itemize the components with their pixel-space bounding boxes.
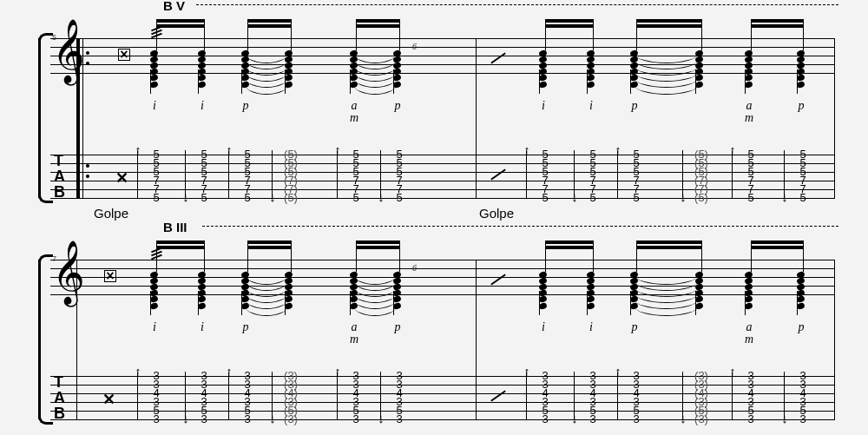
notation-staff: 𝄞 (50, 260, 835, 303)
tie-arc (245, 84, 288, 95)
fret-number: 3 (343, 415, 369, 424)
down-stroke-icon: ↓ (181, 411, 191, 425)
stem (204, 241, 205, 272)
stem (247, 19, 248, 50)
beam (636, 19, 702, 23)
fret-number: 5 (143, 194, 169, 202)
tab-chord: 555775 (386, 150, 412, 202)
repeat-start (76, 38, 92, 198)
up-stroke-icon: ↑ (727, 142, 738, 157)
tab-chord: 334353 (532, 372, 558, 424)
beam (247, 241, 292, 244)
fret-number: 3 (580, 415, 606, 424)
beam (751, 19, 804, 23)
note-head (197, 81, 207, 89)
up-stroke-icon: ↑ (332, 142, 343, 157)
golpe-text: Golpe (94, 206, 128, 221)
tab-chord: (5)(5)(5)(7)(7)(5) (278, 150, 304, 202)
up-stroke-icon: ↑ (522, 142, 532, 157)
stem (356, 19, 357, 50)
fret-number: 5 (191, 194, 217, 202)
beam (156, 241, 205, 244)
beam (247, 24, 292, 28)
treble-clef-icon: 𝄞 (52, 251, 85, 294)
down-stroke-icon: ↓ (376, 189, 386, 204)
down-stroke-icon: ↓ (376, 411, 386, 425)
stem (636, 241, 637, 272)
fret-number: 5 (738, 194, 764, 202)
tab-chord: 334353 (234, 372, 260, 424)
system-bracket (38, 38, 47, 198)
beam (356, 24, 400, 28)
fret-number: 5 (580, 194, 606, 202)
note-head (149, 81, 159, 89)
start-barline (76, 260, 77, 419)
beam (545, 19, 594, 23)
beam (156, 24, 205, 28)
stroke-arrow-shaft (617, 372, 618, 420)
finger-label: p (389, 99, 406, 113)
note-head (284, 302, 293, 311)
down-stroke-icon: ↓ (678, 189, 688, 204)
up-stroke-icon: ↑ (224, 364, 234, 379)
beam (545, 241, 594, 244)
note-head (392, 81, 402, 89)
mid-barline (476, 260, 477, 419)
system-2: 7 Golpe Golpe B III 𝄞 TAB × ✕ 6 iipampii… (50, 237, 835, 419)
up-stroke-icon: ↑ (613, 142, 623, 157)
up-stroke-icon: ↑ (613, 364, 623, 379)
mid-barline (476, 38, 477, 198)
stroke-arrow-shaft (732, 372, 733, 420)
stem (803, 241, 804, 272)
beam (751, 24, 804, 28)
fret-number: 5 (790, 194, 816, 202)
end-barline (834, 260, 835, 419)
down-stroke-icon: ↓ (181, 189, 191, 204)
fret-number: 3 (623, 415, 649, 424)
note-head (538, 302, 548, 311)
down-stroke-icon: ↓ (569, 189, 580, 204)
note-head (796, 81, 806, 89)
note-head (284, 81, 293, 89)
beam (356, 19, 400, 23)
tab-chord: 555775 (623, 150, 649, 202)
finger-label: p (626, 320, 643, 334)
finger-label: p (237, 99, 254, 113)
stroke-arrow-shaft (228, 150, 229, 199)
tie-arc (634, 306, 699, 316)
stem (751, 241, 752, 272)
tie-arc (634, 84, 699, 95)
fret-number: (5) (278, 194, 304, 202)
stroke-arrow-shaft (337, 372, 338, 420)
beam (247, 19, 292, 23)
finger-label: i (582, 99, 600, 113)
stem (593, 241, 594, 272)
tab-label: TAB (54, 374, 65, 421)
down-stroke-icon: ↓ (267, 411, 278, 425)
stem (545, 19, 546, 50)
beam (545, 24, 594, 28)
down-stroke-icon: ↓ (678, 411, 688, 425)
tuplet-number: 6 (412, 42, 417, 51)
stem (593, 19, 594, 50)
tab-chord: 555775 (580, 150, 606, 202)
barre-line (202, 226, 838, 227)
up-stroke-icon: ↑ (727, 364, 738, 379)
note-head (586, 81, 595, 89)
fret-number: 3 (234, 415, 260, 424)
fret-number: (5) (688, 194, 714, 202)
tab-chord: 334353 (191, 372, 217, 424)
beam (156, 19, 205, 23)
stem (751, 19, 752, 50)
note-head (197, 302, 207, 311)
barre-line (196, 4, 838, 5)
notation-staff: 𝄞 (50, 38, 835, 82)
up-stroke-icon: ↑ (332, 364, 343, 379)
fret-number: 3 (532, 415, 558, 424)
tremolo-icon (151, 28, 162, 39)
beam (156, 246, 205, 249)
stroke-arrow-shaft (337, 150, 338, 199)
beam (636, 241, 702, 244)
finger-label: m (345, 333, 363, 346)
stem (399, 241, 400, 272)
